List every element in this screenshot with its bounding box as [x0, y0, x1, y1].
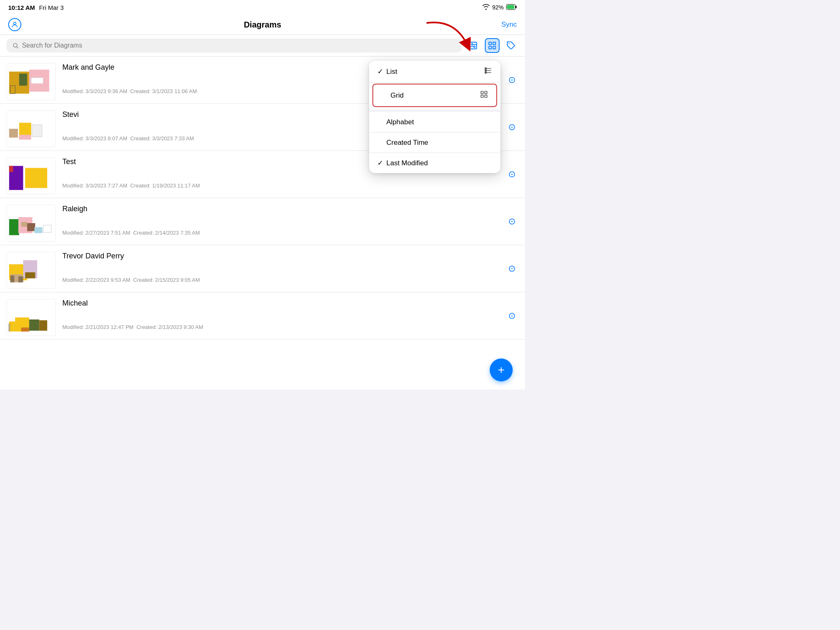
thumbnail — [7, 158, 56, 194]
svg-rect-57 — [485, 68, 486, 69]
svg-rect-12 — [493, 42, 495, 45]
svg-rect-21 — [31, 78, 43, 84]
more-button[interactable]: ⊙ — [505, 215, 518, 228]
status-icons: 92% — [482, 4, 517, 11]
svg-rect-62 — [481, 95, 484, 98]
grid-icon — [480, 90, 488, 100]
svg-rect-58 — [485, 70, 486, 71]
created-time-option-label: Created Time — [386, 139, 492, 147]
header: Diagrams Sync — [0, 15, 525, 35]
svg-rect-13 — [489, 46, 491, 49]
svg-rect-50 — [29, 320, 39, 331]
diagram-name: Micheal — [62, 299, 518, 308]
svg-rect-52 — [21, 327, 30, 331]
svg-rect-14 — [493, 46, 495, 49]
grid-option-label: Grid — [390, 91, 480, 100]
list-option-label: List — [386, 68, 484, 76]
svg-rect-44 — [18, 276, 23, 283]
last-modified-option-label: Last Modified — [386, 159, 492, 167]
page-title: Diagrams — [244, 20, 281, 30]
svg-line-5 — [17, 47, 18, 48]
diagram-name: Trevor David Perry — [62, 252, 518, 260]
svg-rect-19 — [19, 73, 27, 85]
more-button[interactable]: ⊙ — [505, 309, 518, 322]
thumbnail — [7, 110, 56, 147]
svg-rect-35 — [21, 222, 27, 227]
thumbnail — [7, 205, 56, 242]
svg-rect-6 — [470, 42, 477, 49]
sync-button[interactable]: Sync — [501, 21, 517, 29]
battery-percentage: 92% — [492, 4, 504, 11]
grid-option[interactable]: ✓ Grid — [372, 84, 497, 107]
svg-rect-60 — [481, 91, 484, 94]
filter-icon — [469, 41, 478, 50]
svg-point-4 — [14, 43, 17, 47]
grid-view-button[interactable] — [485, 38, 500, 53]
more-button[interactable]: ⊙ — [505, 121, 518, 134]
status-date: Fri Mar 3 — [39, 4, 64, 11]
search-input[interactable] — [22, 42, 456, 49]
thumbnail — [7, 63, 56, 100]
svg-rect-38 — [43, 225, 51, 233]
svg-point-3 — [14, 22, 16, 25]
svg-rect-51 — [39, 320, 48, 331]
add-button[interactable]: + — [490, 358, 513, 381]
svg-rect-37 — [34, 227, 43, 233]
svg-rect-1 — [507, 5, 514, 9]
alphabet-option-label: Alphabet — [386, 118, 492, 126]
svg-rect-11 — [489, 42, 491, 45]
search-icon — [12, 42, 19, 49]
thumbnail — [7, 252, 56, 289]
list-icon — [484, 66, 492, 77]
tag-icon — [507, 41, 516, 50]
last-modified-option[interactable]: ✓ Last Modified — [369, 153, 500, 173]
grid-icon — [488, 41, 497, 50]
battery-icon — [506, 4, 517, 11]
svg-rect-24 — [9, 129, 18, 138]
svg-rect-2 — [516, 6, 517, 8]
diagram-meta: Modified: 2/21/2023 12:47 PM Created: 2/… — [62, 324, 518, 330]
svg-rect-30 — [9, 166, 13, 172]
svg-point-8 — [474, 46, 475, 48]
check-icon: ✓ — [377, 67, 383, 76]
svg-rect-33 — [9, 219, 19, 235]
tag-button[interactable] — [504, 38, 518, 53]
list-item[interactable]: Micheal Modified: 2/21/2023 12:47 PM Cre… — [0, 292, 525, 340]
more-button[interactable]: ⊙ — [505, 262, 518, 275]
svg-rect-26 — [32, 125, 42, 137]
avatar[interactable] — [8, 18, 21, 31]
created-time-option[interactable]: ✓ Created Time — [369, 132, 500, 153]
thumbnail — [7, 299, 56, 336]
svg-rect-61 — [485, 91, 487, 94]
svg-rect-31 — [25, 168, 47, 188]
more-button[interactable]: ⊙ — [505, 168, 518, 181]
check-icon: ✓ — [377, 159, 383, 167]
alphabet-option[interactable]: ✓ Alphabet — [369, 112, 500, 132]
status-time: 10:12 AM — [8, 4, 35, 11]
svg-rect-22 — [29, 84, 49, 92]
wifi-icon — [482, 4, 490, 11]
filter-button[interactable] — [466, 38, 481, 53]
diagram-meta: Modified: 3/3/2023 7:27 AM Created: 1/19… — [62, 183, 518, 189]
sort-dropdown: ✓ List ✓ Grid — [369, 61, 500, 173]
svg-point-7 — [471, 43, 473, 45]
status-bar: 10:12 AM Fri Mar 3 92% — [0, 0, 525, 15]
list-option[interactable]: ✓ List — [369, 61, 500, 83]
more-button[interactable]: ⊙ — [505, 73, 518, 87]
svg-rect-63 — [485, 95, 487, 98]
svg-rect-59 — [485, 72, 486, 73]
svg-rect-36 — [27, 223, 35, 231]
diagram-name: Raleigh — [62, 205, 518, 213]
diagram-meta: Modified: 2/27/2023 7:51 AM Created: 2/1… — [62, 230, 518, 236]
search-bar[interactable] — [7, 39, 462, 52]
view-section: ✓ List ✓ Grid — [369, 61, 500, 112]
sort-section: ✓ Alphabet ✓ Created Time ✓ Last Modifie… — [369, 112, 500, 173]
svg-rect-43 — [10, 276, 14, 283]
svg-rect-45 — [25, 272, 35, 278]
list-item[interactable]: Raleigh Modified: 2/27/2023 7:51 AM Crea… — [0, 198, 525, 245]
list-item[interactable]: Trevor David Perry Modified: 2/22/2023 9… — [0, 245, 525, 292]
diagram-meta: Modified: 2/22/2023 9:53 AM Created: 2/1… — [62, 277, 518, 283]
add-icon: + — [498, 364, 504, 376]
svg-rect-48 — [8, 324, 10, 332]
search-toolbar — [0, 35, 525, 57]
